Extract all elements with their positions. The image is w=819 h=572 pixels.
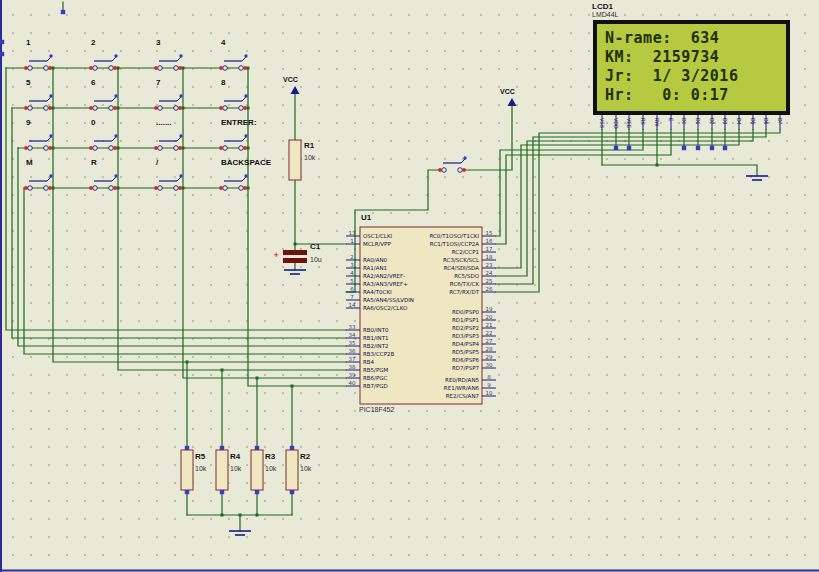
button-actuator-dot [179, 134, 182, 137]
lcd-line-1: N-rame: 634 [605, 29, 786, 48]
pin-name: MCLR/VPP [363, 241, 391, 247]
ground-icon [284, 270, 306, 274]
button-terminal [89, 106, 93, 110]
wire-junction [247, 67, 250, 70]
pin-number: 14 [349, 302, 356, 308]
wire-junction [182, 187, 185, 190]
wire-end-marker [723, 146, 727, 150]
button-actuator-dot [114, 94, 117, 97]
mcu-body[interactable]: 13OSC1/CLKI1MCLR/VPP2RA0/AN03RA1/AN14RA2… [346, 227, 496, 404]
pin-number: 28 [486, 346, 493, 352]
pin-number: 13 [349, 230, 356, 236]
button-terminal [178, 186, 182, 190]
button-terminal [113, 106, 117, 110]
pin-name: RD6/PSP6 [452, 357, 480, 363]
button-actuator-dot [114, 54, 117, 57]
pin-number: 27 [486, 338, 493, 344]
button-terminal [243, 146, 247, 150]
wire-junction [52, 187, 55, 190]
wire-end-marker [61, 10, 65, 14]
ground-icon [746, 176, 768, 180]
button-terminal [48, 146, 52, 150]
pin-number: 5 [350, 278, 354, 284]
wire-junction [294, 243, 297, 246]
button-terminal [178, 146, 182, 150]
wire-junction [247, 187, 250, 190]
resistor-body[interactable] [181, 450, 193, 490]
button-terminal [219, 146, 223, 150]
pin-number: 2 [350, 254, 354, 260]
wire [496, 130, 671, 244]
pin-name: RA5/AN4/SS/LVDIN [363, 297, 414, 303]
capacitor-body[interactable]: + [273, 250, 307, 263]
wire-end-marker [696, 146, 700, 150]
button-terminal [24, 186, 28, 190]
wire-end-marker [627, 146, 631, 150]
pin-name: RD4/PSP4 [452, 341, 480, 347]
pin-number: 26 [486, 286, 493, 292]
wire-junction [239, 514, 242, 517]
button-terminal [219, 186, 223, 190]
pin-name: RD1/PSP1 [452, 317, 479, 323]
button-terminal [89, 146, 93, 150]
wire [496, 130, 753, 276]
button-actuator-dot [49, 174, 52, 177]
button-terminal [219, 106, 223, 110]
pin-number: 1 [350, 238, 354, 244]
pin-name: RC2/CCP1 [452, 249, 479, 255]
wire [496, 130, 643, 236]
lcd-display[interactable]: N-rame: 634 KM: 2159734 Jr: 1/ 3/2016 Hr… [593, 20, 790, 115]
lcd-ref: LCD1 [592, 2, 613, 11]
wire-end-marker [0, 40, 4, 44]
pin-number: 7 [350, 294, 354, 300]
pin-name: RA2/AN2/VREF- [363, 273, 405, 279]
pin-name: RC7/RX/DT [449, 289, 479, 295]
wire-end-marker [614, 146, 618, 150]
button-terminal [24, 66, 28, 70]
pin-name: RC0/T1OSO/T1CKI [429, 233, 479, 239]
wire [464, 105, 512, 170]
button-terminal [24, 146, 28, 150]
pin-name: RC6/TX/CK [450, 281, 480, 287]
button-actuator-dot [179, 174, 182, 177]
pin-number: 6 [350, 286, 354, 292]
button-terminal [48, 186, 52, 190]
wire [118, 68, 346, 370]
mcu-part: PIC18F452 [359, 406, 394, 413]
pin-number: 17 [486, 246, 493, 252]
resistor-body[interactable] [216, 450, 228, 490]
pin-number: 24 [486, 270, 493, 276]
ground-icon [229, 531, 251, 535]
button-terminal [113, 186, 117, 190]
resistor-body[interactable] [286, 450, 298, 490]
pin-number: 3 [350, 262, 354, 268]
wire-junction [186, 361, 189, 364]
pin-name: RD7/PSP7 [452, 365, 480, 371]
button-actuator-dot [244, 134, 247, 137]
wire-junction [52, 147, 55, 150]
pin-name: RC1/T1OSI/CCP2A [430, 241, 479, 247]
wire-junction [256, 377, 259, 380]
button-terminal [154, 66, 158, 70]
wire-end-marker [682, 146, 686, 150]
push-button[interactable] [438, 156, 467, 172]
resistor-body[interactable] [289, 140, 301, 180]
button-terminal [243, 186, 247, 190]
button-actuator-dot [114, 174, 117, 177]
wire-junction [221, 514, 224, 517]
wire-junction [256, 514, 259, 517]
wire [24, 188, 346, 354]
lcd-screen: N-rame: 634 KM: 2159734 Jr: 1/ 3/2016 Hr… [597, 24, 786, 111]
wire-junction [52, 107, 55, 110]
wire-junction [656, 164, 659, 167]
wire-junction [117, 187, 120, 190]
lcd-part: LMD44L [592, 11, 618, 18]
pin-name: RA4/T0CKI [363, 289, 392, 295]
wire [183, 68, 346, 378]
resistor-body[interactable] [251, 450, 263, 490]
button-actuator-dot [114, 134, 117, 137]
button-terminal [48, 66, 52, 70]
pin-name: RD0/PSP0 [452, 309, 480, 315]
lcd-line-2: KM: 2159734 [605, 48, 786, 67]
button-terminal [219, 66, 223, 70]
